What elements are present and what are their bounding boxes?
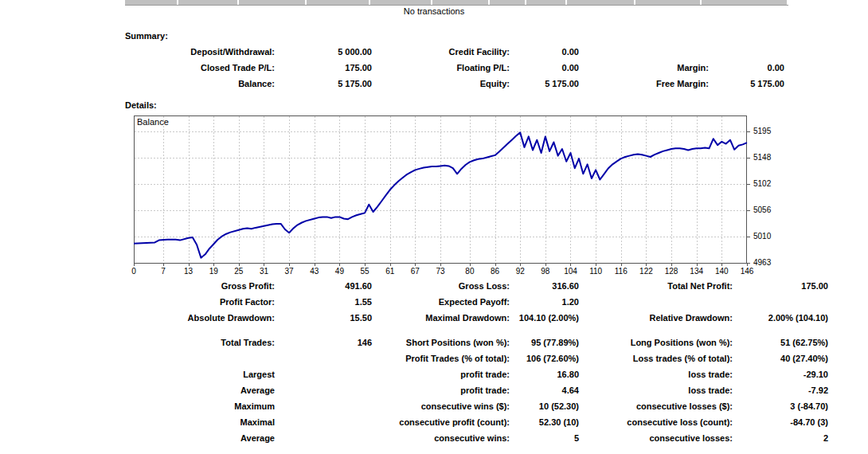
table-header-cell xyxy=(432,0,488,5)
stat-label: Gross Profit: xyxy=(125,278,275,294)
stat-label: Gross Loss: xyxy=(372,278,510,294)
stat-value: 1.20 xyxy=(510,294,579,310)
stat-label: Free Margin: xyxy=(579,76,709,92)
stat-value: -84.70 (3) xyxy=(733,414,828,430)
stat-value: 491.60 xyxy=(275,278,372,294)
stat-value: 5 000.00 xyxy=(275,44,372,60)
table-header-cell xyxy=(702,0,787,5)
stat-value: 5 175.00 xyxy=(275,76,372,92)
x-axis-label: 31 xyxy=(254,267,273,276)
stat-value: 104.10 (2.00%) xyxy=(510,310,579,326)
x-axis-label: 13 xyxy=(179,267,198,276)
stat-value: -29.10 xyxy=(733,366,828,382)
no-transactions-text: No transactions xyxy=(0,6,868,16)
x-axis-label: 86 xyxy=(486,267,505,276)
stat-label: Maximal Drawdown: xyxy=(372,310,510,326)
stat-label: consecutive wins: xyxy=(372,430,510,446)
x-axis-label: 49 xyxy=(330,267,349,276)
x-axis-label: 116 xyxy=(612,267,631,276)
stat-value xyxy=(275,382,372,398)
x-axis-label: 104 xyxy=(561,267,580,276)
stat-value: 95 (77.89%) xyxy=(510,335,579,350)
extremes-table: Largest profit trade: 16.80 loss trade: … xyxy=(125,366,828,446)
stat-value xyxy=(275,350,372,366)
y-axis-label: 5195 xyxy=(753,127,771,135)
x-axis-label: 92 xyxy=(510,267,530,276)
y-axis-label: 5102 xyxy=(753,179,771,188)
stat-value: 15.50 xyxy=(275,310,372,326)
stat-value: 0.00 xyxy=(510,60,579,76)
x-axis-label: 98 xyxy=(536,267,555,276)
stat-value: 1.55 xyxy=(275,294,372,310)
x-axis-label: 19 xyxy=(204,267,223,276)
statement-report: No transactions Summary: Deposit/Withdra… xyxy=(0,0,868,454)
table-header-cell xyxy=(635,0,700,5)
chart-legend-balance: Balance xyxy=(137,117,169,127)
stat-value xyxy=(275,414,372,430)
stat-label: loss trade: xyxy=(579,366,733,382)
balance-line xyxy=(134,132,747,257)
stat-value: 52.30 (10) xyxy=(510,414,579,430)
stat-label: consecutive profit (count): xyxy=(372,414,510,430)
stat-label: Maximum xyxy=(125,398,275,414)
stat-label: Short Positions (won %): xyxy=(372,335,510,350)
stat-value: 175.00 xyxy=(275,60,372,76)
stat-label: Absolute Drawdown: xyxy=(125,310,275,326)
summary-table: Deposit/Withdrawal: 5 000.00 Credit Faci… xyxy=(125,44,784,92)
x-axis-label: 61 xyxy=(381,267,400,276)
stat-label: consecutive wins ($): xyxy=(372,398,510,414)
x-axis-label: 146 xyxy=(737,267,757,276)
details-heading: Details: xyxy=(125,100,157,110)
balance-chart-canvas xyxy=(134,115,752,268)
stat-value: 2 xyxy=(733,430,828,446)
stat-label xyxy=(579,294,733,310)
stat-label: Total Net Profit: xyxy=(579,278,733,294)
stat-value: 4.64 xyxy=(510,382,579,398)
stat-value: 51 (62.75%) xyxy=(733,335,828,350)
stat-value: 0.00 xyxy=(510,44,579,60)
transactions-table-header-strip xyxy=(125,0,788,6)
x-axis-label: 128 xyxy=(662,267,681,276)
x-axis-label: 37 xyxy=(280,267,299,276)
y-axis-label: 5148 xyxy=(753,153,771,162)
stat-label: Relative Drawdown: xyxy=(579,310,733,326)
stat-label: profit trade: xyxy=(372,382,510,398)
stat-value: 146 xyxy=(275,335,372,350)
stat-value: 3 (-84.70) xyxy=(733,398,828,414)
stat-label: Profit Trades (% of total): xyxy=(372,350,510,366)
stat-label: Expected Payoff: xyxy=(372,294,510,310)
table-header-cell xyxy=(125,0,177,5)
stat-value xyxy=(275,398,372,414)
stat-label: consecutive losses: xyxy=(579,430,733,446)
stat-label: Average xyxy=(125,430,275,446)
table-header-cell xyxy=(567,0,634,5)
summary-heading: Summary: xyxy=(125,31,168,41)
stat-value xyxy=(709,44,784,60)
x-axis-label: 140 xyxy=(712,267,731,276)
table-header-cell xyxy=(370,0,431,5)
x-axis-label: 110 xyxy=(586,267,605,276)
stat-label: Credit Facility: xyxy=(372,44,510,60)
x-axis-label: 25 xyxy=(229,267,248,276)
table-header-cell xyxy=(490,0,525,5)
table-header-cell xyxy=(307,0,369,5)
table-header-cell xyxy=(239,0,305,5)
stat-value: 0.00 xyxy=(709,60,784,76)
stat-value: 2.00% (104.10) xyxy=(733,310,828,326)
table-header-cell xyxy=(526,0,565,5)
stat-value: 175.00 xyxy=(733,278,828,294)
stat-label: Profit Factor: xyxy=(125,294,275,310)
x-axis-label: 122 xyxy=(636,267,655,276)
y-axis-label: 4963 xyxy=(753,258,771,267)
x-axis-label: 55 xyxy=(355,267,374,276)
x-axis-label: 7 xyxy=(154,267,173,276)
table-header-cell xyxy=(178,0,237,5)
stat-value: 316.60 xyxy=(510,278,579,294)
stat-label: profit trade: xyxy=(372,366,510,382)
stat-label: consecutive loss (count): xyxy=(579,414,733,430)
stat-label: Average xyxy=(125,382,275,398)
stat-value: 5 175.00 xyxy=(510,76,579,92)
x-axis-label: 43 xyxy=(305,267,324,276)
stat-label: consecutive losses ($): xyxy=(579,398,733,414)
trades-table: Total Trades: 146 Short Positions (won %… xyxy=(125,335,828,366)
